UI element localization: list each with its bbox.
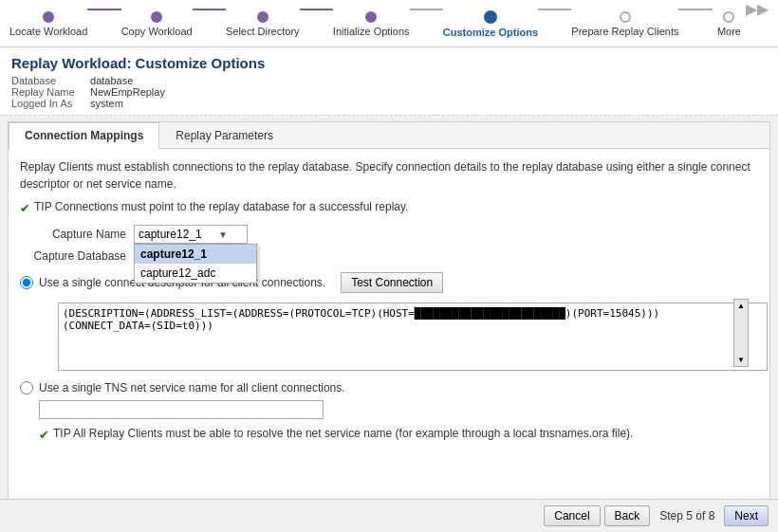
meta-replay-name-label: Replay Name bbox=[11, 86, 87, 98]
capture-name-dropdown-menu: capture12_1 capture12_adc bbox=[134, 244, 257, 284]
wizard-step-copy[interactable]: Copy Workload bbox=[121, 11, 193, 37]
capture-name-section: Capture Name capture12_1 ▼ capture12_1 c… bbox=[20, 225, 758, 263]
meta-logged-in-value: system bbox=[90, 98, 123, 109]
connector-5 bbox=[538, 9, 571, 10]
descriptor-textarea[interactable]: (DESCRIPTION=(ADDRESS_LIST=(ADDRESS=(PRO… bbox=[58, 303, 768, 371]
connection-description: Replay Clients must establish connection… bbox=[20, 158, 758, 193]
scrollbar-up-icon[interactable]: ▲ bbox=[737, 302, 745, 310]
step-dot-prepare bbox=[620, 11, 631, 23]
wizard-step-directory[interactable]: Select Directory bbox=[226, 11, 300, 37]
wizard-steps: Locate Workload Copy Workload Select Dir… bbox=[9, 8, 769, 46]
meta-logged-in: Logged In As system bbox=[11, 98, 767, 109]
capture-database-row: Capture Database bbox=[20, 249, 758, 263]
footer-cancel-button[interactable]: Cancel bbox=[544, 505, 600, 526]
step-dot-copy bbox=[151, 11, 162, 23]
scrollbar-down-icon[interactable]: ▼ bbox=[737, 356, 745, 364]
connector-4 bbox=[410, 9, 443, 10]
step-dot-locate bbox=[43, 11, 54, 23]
step-dot-customize bbox=[484, 10, 497, 24]
connection-mappings-content: Replay Clients must establish connection… bbox=[9, 149, 769, 451]
page-title: Replay Workload: Customize Options bbox=[11, 55, 767, 71]
wizard-step-customize[interactable]: Customize Options bbox=[443, 10, 538, 38]
wizard-step-locate[interactable]: Locate Workload bbox=[9, 11, 87, 37]
main-content: Connection Mappings Replay Parameters Re… bbox=[8, 121, 770, 529]
dropdown-option-capture12-1[interactable]: capture12_1 bbox=[135, 245, 256, 264]
connector-2 bbox=[193, 9, 226, 10]
wizard-end-arrow: ▶▶ bbox=[746, 0, 769, 18]
wizard-step-more[interactable]: More bbox=[713, 11, 746, 37]
tns-input-field[interactable] bbox=[39, 400, 324, 419]
step-label-locate: Locate Workload bbox=[9, 26, 87, 37]
radio-tns-label: Use a single TNS net service name for al… bbox=[39, 381, 345, 394]
tns-tip-text: TIP All Replay Clients must be able to r… bbox=[53, 427, 633, 440]
capture-name-select-wrapper: capture12_1 ▼ capture12_1 capture12_adc bbox=[134, 225, 248, 244]
footer-back-button[interactable]: Back bbox=[604, 505, 651, 526]
tip-checkmark-icon: ✔ bbox=[20, 201, 30, 215]
radio-row-descriptor: Use a single connect descriptor for all … bbox=[20, 272, 758, 293]
descriptor-wrapper: (DESCRIPTION=(ADDRESS_LIST=(ADDRESS=(PRO… bbox=[39, 299, 749, 370]
wizard-step-init[interactable]: Initialize Options bbox=[333, 11, 410, 37]
test-connection-button[interactable]: Test Connection bbox=[341, 272, 443, 293]
wizard-nav: Locate Workload Copy Workload Select Dir… bbox=[0, 0, 778, 47]
meta-replay-name: Replay Name NewEmpReplay bbox=[11, 86, 767, 98]
radio-tns[interactable] bbox=[20, 381, 33, 394]
step-dot-directory bbox=[257, 11, 269, 23]
tip-row-connections: ✔ TIP Connections must point to the repl… bbox=[20, 200, 758, 215]
capture-name-label: Capture Name bbox=[20, 228, 134, 241]
step-label-directory: Select Directory bbox=[226, 26, 300, 37]
dropdown-option-capture12-adc[interactable]: capture12_adc bbox=[135, 264, 256, 283]
capture-name-dropdown-arrow: ▼ bbox=[218, 229, 228, 240]
step-label-customize: Customize Options bbox=[443, 27, 538, 38]
bottom-action-bar: Cancel Back Step 5 of 8 Next bbox=[0, 499, 778, 532]
tns-section: Use a single TNS net service name for al… bbox=[20, 381, 758, 442]
step-label-init: Initialize Options bbox=[333, 26, 410, 37]
meta-replay-name-value: NewEmpReplay bbox=[90, 86, 165, 98]
step-dot-more bbox=[723, 11, 734, 23]
capture-database-label: Capture Database bbox=[20, 249, 134, 263]
footer-step-info: Step 5 of 8 bbox=[654, 506, 720, 525]
capture-name-row: Capture Name capture12_1 ▼ capture12_1 c… bbox=[20, 225, 758, 244]
radio-descriptor[interactable] bbox=[20, 276, 33, 289]
meta-database-value: database bbox=[90, 75, 133, 86]
connector-1 bbox=[87, 9, 120, 10]
meta-logged-in-label: Logged In As bbox=[11, 98, 87, 109]
step-label-prepare: Prepare Replay Clients bbox=[571, 26, 678, 37]
tab-replay-parameters[interactable]: Replay Parameters bbox=[159, 122, 289, 148]
meta-database: Database database bbox=[11, 75, 767, 86]
tns-tip-checkmark-icon: ✔ bbox=[39, 428, 49, 442]
radio-row-tns: Use a single TNS net service name for al… bbox=[20, 381, 758, 394]
tab-connection-mappings[interactable]: Connection Mappings bbox=[9, 122, 159, 149]
capture-name-select[interactable]: capture12_1 ▼ bbox=[134, 225, 248, 244]
connector-3 bbox=[300, 9, 333, 10]
tns-tip-row: ✔ TIP All Replay Clients must be able to… bbox=[39, 427, 758, 442]
radio-section: Use a single connect descriptor for all … bbox=[20, 272, 758, 442]
step-label-copy: Copy Workload bbox=[121, 26, 193, 37]
page-meta: Database database Replay Name NewEmpRepl… bbox=[11, 75, 767, 109]
step-label-more: More bbox=[717, 26, 741, 37]
step-dot-init bbox=[365, 11, 377, 23]
tip-connections-text: TIP Connections must point to the replay… bbox=[34, 200, 408, 213]
page-header: Replay Workload: Customize Options Datab… bbox=[0, 47, 778, 116]
capture-name-selected-value: capture12_1 bbox=[139, 228, 202, 241]
meta-database-label: Database bbox=[11, 75, 87, 86]
connector-6 bbox=[678, 9, 712, 10]
wizard-step-prepare[interactable]: Prepare Replay Clients bbox=[571, 11, 678, 37]
footer-next-button[interactable]: Next bbox=[724, 505, 769, 526]
tabs-bar: Connection Mappings Replay Parameters bbox=[9, 122, 769, 149]
